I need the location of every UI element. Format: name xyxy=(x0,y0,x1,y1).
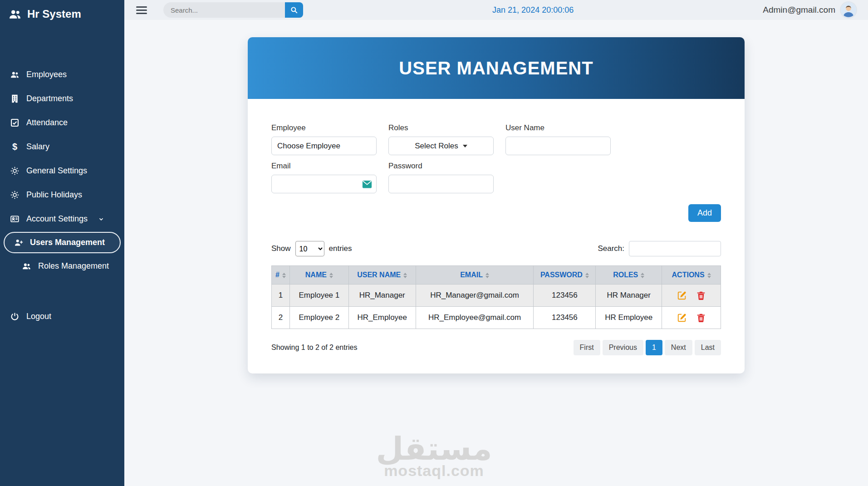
table-search-input[interactable] xyxy=(629,241,721,256)
sidebar-item-attendance[interactable]: Attendance xyxy=(0,111,124,135)
delete-button[interactable] xyxy=(696,313,706,323)
sort-icon xyxy=(585,273,589,278)
menu-toggle-button[interactable] xyxy=(136,5,147,16)
sidebar-item-roles-management[interactable]: Roles Management xyxy=(0,254,124,278)
sort-icon xyxy=(329,273,333,278)
employee-label: Employee xyxy=(271,123,377,133)
entries-select[interactable]: 10 xyxy=(295,241,324,256)
sort-icon xyxy=(707,273,711,278)
sidebar-item-public-holidays[interactable]: Public Holidays xyxy=(0,183,124,207)
sidebar-item-label: General Settings xyxy=(26,166,87,176)
entries-control: Show 10 entries xyxy=(271,241,352,256)
check-square-icon xyxy=(10,118,20,128)
sort-icon xyxy=(403,273,407,278)
cell-actions xyxy=(662,285,721,307)
sidebar-item-label: Logout xyxy=(26,312,51,321)
sidebar-item-label: Account Settings xyxy=(26,214,88,224)
user-block: Admin@gmail.com xyxy=(763,2,856,18)
cell-name: Employee 1 xyxy=(289,285,348,307)
cell-email: HR_Manager@gmail.com xyxy=(416,285,534,307)
header-username[interactable]: USER NAME xyxy=(348,266,416,285)
sidebar-item-label: Employees xyxy=(26,70,67,79)
sidebar-item-account-settings[interactable]: Account Settings xyxy=(0,207,124,231)
gear-icon xyxy=(10,190,20,200)
employee-field: Employee xyxy=(271,123,377,155)
card-body: Employee Roles Select Roles User Name xyxy=(248,99,745,373)
sidebar-item-users-management[interactable]: Users Management xyxy=(4,232,121,253)
header-num[interactable]: # xyxy=(272,266,290,285)
sidebar-item-logout[interactable]: Logout xyxy=(0,304,124,329)
sidebar-item-salary[interactable]: $ Salary xyxy=(0,135,124,159)
header-actions[interactable]: ACTIONS xyxy=(662,266,721,285)
edit-button[interactable] xyxy=(677,290,687,300)
email-label: Email xyxy=(271,162,377,171)
roles-dropdown-label: Select Roles xyxy=(415,142,458,151)
sort-icon xyxy=(282,273,286,278)
header-roles[interactable]: ROLES xyxy=(596,266,662,285)
dollar-icon: $ xyxy=(10,142,20,152)
roles-dropdown[interactable]: Select Roles xyxy=(388,137,494,155)
header-name[interactable]: NAME xyxy=(289,266,348,285)
showing-entries-text: Showing 1 to 2 of 2 entries xyxy=(271,344,357,352)
cell-username: HR_Manager xyxy=(348,285,416,307)
cell-roles: HR Employee xyxy=(596,307,662,329)
password-input[interactable] xyxy=(388,175,494,193)
pagination-last[interactable]: Last xyxy=(695,340,721,355)
sidebar-item-employees[interactable]: Employees xyxy=(0,63,124,87)
cell-roles: HR Manager xyxy=(596,285,662,307)
username-input[interactable] xyxy=(505,137,611,155)
edit-button[interactable] xyxy=(677,313,687,323)
sidebar-item-general-settings[interactable]: General Settings xyxy=(0,159,124,183)
pagination-previous[interactable]: Previous xyxy=(603,340,643,355)
topbar: Jan 21, 2024 20:00:06 Admin@gmail.com xyxy=(124,0,868,20)
cell-actions xyxy=(662,307,721,329)
page-title: USER MANAGEMENT xyxy=(399,58,593,79)
cell-username: HR_Employee xyxy=(348,307,416,329)
cell-num: 2 xyxy=(272,307,290,329)
table-search: Search: xyxy=(598,241,721,256)
sidebar-item-label: Attendance xyxy=(26,118,68,128)
employee-select[interactable] xyxy=(271,137,377,155)
password-field: Password xyxy=(388,162,494,193)
email-input[interactable] xyxy=(271,175,377,193)
users-table: # NAME USER NAME EMAIL PASSWORD ROLES AC… xyxy=(271,265,721,329)
add-row: Add xyxy=(271,204,721,222)
datetime-display: Jan 21, 2024 20:00:06 xyxy=(492,5,574,15)
sidebar-item-departments[interactable]: Departments xyxy=(0,87,124,111)
password-label: Password xyxy=(388,162,494,171)
user-management-card: USER MANAGEMENT Employee Roles Select Ro… xyxy=(248,37,745,373)
app-title: Hr System xyxy=(27,8,81,20)
delete-button[interactable] xyxy=(696,290,706,300)
card-header: USER MANAGEMENT xyxy=(248,37,745,99)
roles-field: Roles Select Roles xyxy=(388,123,494,155)
username-field: User Name xyxy=(505,123,611,155)
caret-down-icon xyxy=(463,145,467,147)
table-controls: Show 10 entries Search: xyxy=(271,241,721,256)
cell-password: 123456 xyxy=(534,307,596,329)
add-button[interactable]: Add xyxy=(688,204,721,222)
avatar[interactable] xyxy=(841,2,856,18)
pagination: First Previous 1 Next Last xyxy=(574,340,721,355)
card-icon xyxy=(10,214,20,224)
header-password[interactable]: PASSWORD xyxy=(534,266,596,285)
pagination-first[interactable]: First xyxy=(574,340,600,355)
email-field: Email xyxy=(271,162,377,193)
cell-num: 1 xyxy=(272,285,290,307)
search-input[interactable] xyxy=(163,2,285,18)
logout-icon xyxy=(10,312,20,321)
people-icon xyxy=(22,261,31,271)
content-area: USER MANAGEMENT Employee Roles Select Ro… xyxy=(124,20,868,486)
search-button[interactable] xyxy=(285,2,303,18)
sort-icon xyxy=(485,273,489,278)
email-icon xyxy=(362,180,372,188)
pagination-page-1[interactable]: 1 xyxy=(646,340,662,355)
username-label: User Name xyxy=(505,123,611,133)
cell-name: Employee 2 xyxy=(289,307,348,329)
header-email[interactable]: EMAIL xyxy=(416,266,534,285)
people-icon xyxy=(10,70,20,79)
roles-label: Roles xyxy=(388,123,494,133)
form-row-1: Employee Roles Select Roles User Name xyxy=(271,123,721,155)
cell-password: 123456 xyxy=(534,285,596,307)
entries-label: entries xyxy=(329,244,352,253)
pagination-next[interactable]: Next xyxy=(665,340,692,355)
